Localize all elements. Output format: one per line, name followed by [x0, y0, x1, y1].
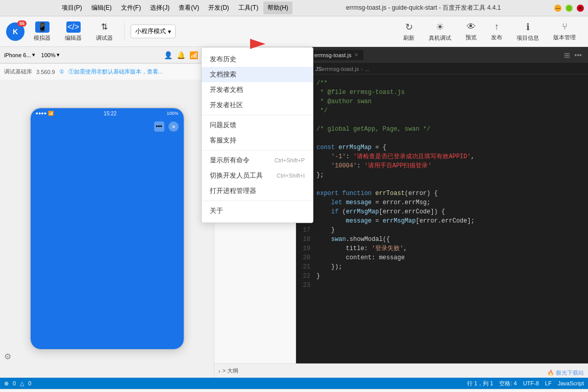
menu-project[interactable]: 项目(P) — [58, 2, 86, 14]
menu-section-3: 显示所有命令 Ctrl+Shift+P 切换开发人员工具 Ctrl+Shift+… — [202, 151, 313, 201]
dev-docs-label: 开发者文档 — [210, 85, 243, 94]
info-text: ①如需使用非默认基础库版本，查看... — [68, 68, 163, 76]
real-debug-button[interactable]: ☀ 真机调试 — [423, 19, 457, 44]
code-line-5: 5 — [296, 115, 588, 125]
menu-feedback[interactable]: 问题反馈 — [202, 117, 313, 133]
dev-community-label: 开发者社区 — [210, 101, 243, 110]
status-right: 100% — [166, 111, 178, 116]
code-line-21: 21 }); — [296, 262, 588, 272]
menu-dev-community[interactable]: 开发者社区 — [202, 97, 313, 113]
bell-icon[interactable]: 🔔 — [177, 51, 185, 59]
code-area[interactable]: 1 /** 2 * @file errmsg-toast.js 3 * @aut… — [296, 75, 588, 363]
menu-view[interactable]: 查看(V) — [175, 2, 203, 14]
menu-edit[interactable]: 编辑(E) — [87, 2, 116, 14]
more-editor-icon[interactable]: ••• — [574, 51, 582, 59]
code-line-3: 3 * @author swan — [296, 97, 588, 106]
watermark: 🔥 极光下载站 — [547, 369, 584, 377]
menu-support[interactable]: 客服支持 — [202, 133, 313, 148]
battery-indicator: 100% — [166, 111, 178, 116]
error-icon: ⊗ — [4, 380, 9, 387]
app-logo: K 55 — [6, 22, 24, 41]
menu-file[interactable]: 文件(F) — [117, 2, 145, 14]
editor-button[interactable]: </> 编辑器 — [60, 19, 87, 44]
code-line-18: 18 swan.showModal({ — [296, 235, 588, 244]
code-line-14: 14 let message = error.errMsg; — [296, 198, 588, 207]
project-info-label: 项目信息 — [517, 34, 539, 42]
editor-action-icons: ⊞ ••• — [564, 51, 584, 59]
cursor-position: 行 1，列 1 — [467, 380, 493, 387]
window-controls: — □ ✕ — [554, 5, 584, 12]
minimize-button[interactable]: — — [554, 5, 561, 12]
mode-select[interactable]: 小程序模式 ▾ — [131, 24, 176, 38]
debugger-button[interactable]: ⇅ 调试器 — [91, 19, 118, 44]
iphone-content — [31, 135, 184, 349]
menu-tools[interactable]: 工具(T) — [234, 2, 262, 14]
outline-bar[interactable]: › > 大纲 — [214, 363, 588, 378]
menu-toggle-devtools[interactable]: 切换开发人员工具 Ctrl+Shift+I — [202, 168, 313, 183]
phone-icon: 📱 — [35, 21, 50, 33]
sim-toolbar: iPhone 6... ▾ 100% ▾ 👤 🔔 📶 ••• — [0, 47, 214, 63]
device-label: iPhone 6... — [4, 52, 31, 58]
code-line-9: 9 '-1': '请检查是否已登录成功且填写有效APPID', — [296, 152, 588, 161]
code-line-11: 11 }; — [296, 170, 588, 180]
version-mgmt-button[interactable]: ⑂ 版本管理 — [547, 19, 582, 43]
code-line-19: 19 title: '登录失败', — [296, 244, 588, 253]
code-editor: JS errmsg-toast.js ✕ ⊞ ••• util › J — [296, 47, 588, 363]
upload-icon: ↑ — [495, 21, 499, 32]
notification-badge: 55 — [17, 20, 27, 27]
bottom-bar: 页面路径 ▾ pages/index/index 复制 预览 — [0, 389, 588, 392]
menu-about[interactable]: 关于 — [202, 203, 313, 218]
tab-close-icon[interactable]: ✕ — [354, 52, 358, 58]
menu-dev[interactable]: 开发(D) — [204, 2, 233, 14]
menu-help[interactable]: 帮助(H) — [263, 2, 292, 14]
menu-dots-icon[interactable]: ••• — [154, 121, 164, 132]
person-icon[interactable]: 👤 — [164, 51, 173, 59]
support-label: 客服支持 — [210, 136, 236, 145]
watermark-text: 🔥 极光下载站 — [547, 370, 584, 376]
close-button[interactable]: ✕ — [577, 5, 584, 12]
code-line-8: 8 const errMsgMap = { — [296, 143, 588, 152]
wifi-icon[interactable]: 📶 — [189, 51, 198, 59]
breadcrumb-filename: errmsg-toast.js — [322, 66, 359, 72]
simulator-button[interactable]: 📱 模拟器 — [29, 19, 56, 44]
code-line-13: 13 export function errToast(error) { — [296, 189, 588, 198]
refresh-button[interactable]: ↻ 刷新 — [397, 19, 421, 44]
branch-icon: ⑂ — [562, 21, 568, 32]
maximize-button[interactable]: □ — [566, 5, 573, 12]
preview-button[interactable]: 👁 预览 — [459, 19, 483, 43]
chevron-down-icon: ▾ — [57, 52, 60, 58]
process-manager-label: 打开进程管理器 — [210, 186, 256, 195]
breadcrumb-sep-2: › — [361, 66, 363, 72]
project-info-button[interactable]: ℹ 项目信息 — [510, 19, 545, 44]
menu-select[interactable]: 选择(J) — [146, 2, 174, 14]
preview-label: 预览 — [465, 34, 477, 41]
menu-doc-search[interactable]: 文档搜索 — [202, 67, 313, 82]
about-label: 关于 — [210, 206, 223, 215]
publish-button[interactable]: ↑ 发布 — [485, 19, 508, 43]
toolbar-separator-1 — [124, 22, 125, 41]
code-line-16: 16 message = errMsgMap[error.errCode]; — [296, 216, 588, 226]
code-line-22: 22 } — [296, 272, 588, 281]
publish-label: 发布 — [491, 34, 502, 41]
menu-dev-docs[interactable]: 开发者文档 — [202, 82, 313, 97]
arrow-indicator — [250, 39, 265, 51]
menu-process-manager[interactable]: 打开进程管理器 — [202, 183, 313, 199]
close-nav-icon[interactable]: ✕ — [168, 121, 179, 132]
menu-section-2: 问题反馈 客服支持 — [202, 115, 313, 151]
scale-select[interactable]: 100% ▾ — [41, 52, 60, 58]
iphone-container: ●●●● 📶 15:22 100% ••• ✕ — [0, 80, 214, 378]
chevron-down-icon: ▾ — [32, 52, 35, 58]
warning-count: 0 — [28, 380, 31, 386]
error-count: 0 — [13, 380, 16, 386]
info-version: 3.560.9 — [36, 69, 55, 75]
debug-icon: ⇅ — [97, 21, 112, 33]
simulator-label: 模拟器 — [34, 34, 51, 42]
device-select[interactable]: iPhone 6... ▾ — [4, 52, 35, 58]
status-bar: ⊗ 0 △ 0 行 1，列 1 空格: 4 UTF-8 LF JavaScrip… — [0, 378, 588, 389]
editor-tabs: JS errmsg-toast.js ✕ ⊞ ••• — [296, 47, 588, 63]
feedback-label: 问题反馈 — [210, 120, 236, 130]
split-editor-icon[interactable]: ⊞ — [564, 51, 570, 59]
line-ending: LF — [545, 380, 552, 386]
menu-show-commands[interactable]: 显示所有命令 Ctrl+Shift+P — [202, 153, 313, 168]
menu-publish-history[interactable]: 发布历史 — [202, 52, 313, 67]
